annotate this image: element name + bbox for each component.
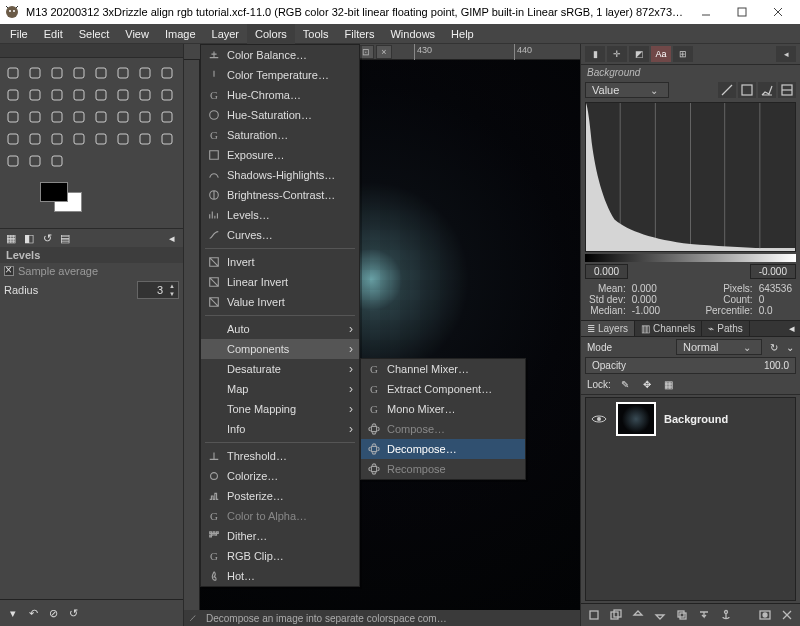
menu-item-map[interactable]: Map (201, 379, 359, 399)
tool-measure[interactable] (68, 84, 90, 106)
range-high[interactable]: -0.000 (750, 264, 796, 279)
menu-item-channel-mixer[interactable]: GChannel Mixer… (361, 359, 525, 379)
new-group-icon[interactable] (606, 606, 626, 624)
minimize-button[interactable] (688, 0, 724, 24)
menu-item-extract-component[interactable]: GExtract Component… (361, 379, 525, 399)
perceptual-hist-icon[interactable] (758, 82, 776, 98)
tool-options-menu-icon[interactable]: ◂ (165, 231, 179, 245)
menu-item-curves[interactable]: Curves… (201, 225, 359, 245)
menu-item-value-invert[interactable]: Value Invert (201, 292, 359, 312)
undo-history-icon[interactable]: ↺ (40, 231, 54, 245)
range-low[interactable]: 0.000 (585, 264, 628, 279)
mode-dropdown[interactable]: Normal⌄ (676, 339, 762, 355)
menu-item-hue-chroma[interactable]: GHue-Chroma… (201, 85, 359, 105)
opacity-value[interactable]: 100.0 (764, 360, 789, 371)
menu-item-tone-mapping[interactable]: Tone Mapping (201, 399, 359, 419)
close-button[interactable] (760, 0, 796, 24)
histogram-display[interactable] (585, 102, 796, 252)
maximize-button[interactable] (724, 0, 760, 24)
tool-crop[interactable] (112, 84, 134, 106)
tool-scale[interactable] (156, 84, 178, 106)
menu-item-hot[interactable]: Hot… (201, 566, 359, 586)
tool-smudge[interactable] (24, 150, 46, 172)
menu-image[interactable]: Image (157, 24, 204, 44)
tool-airbrush[interactable] (68, 128, 90, 150)
raise-layer-icon[interactable] (628, 606, 648, 624)
tool-color-select[interactable] (134, 62, 156, 84)
tool-blur[interactable] (2, 150, 24, 172)
mode-chevron-icon[interactable]: ⌄ (786, 342, 794, 353)
menu-item-colorize[interactable]: Colorize… (201, 466, 359, 486)
menu-item-auto[interactable]: Auto (201, 319, 359, 339)
new-layer-icon[interactable] (584, 606, 604, 624)
switch-mode-icon[interactable]: ↻ (768, 342, 780, 353)
tool-scissors[interactable] (156, 62, 178, 84)
close-tab-icon[interactable]: × (376, 45, 392, 59)
menu-edit[interactable]: Edit (36, 24, 71, 44)
channel-dropdown[interactable]: Value ⌄ (585, 82, 669, 98)
menu-item-dither[interactable]: Dither… (201, 526, 359, 546)
log-hist-icon[interactable] (738, 82, 756, 98)
lower-layer-icon[interactable] (650, 606, 670, 624)
restore-options-icon[interactable]: ↶ (24, 604, 42, 622)
tab-paths[interactable]: ⌁Paths (702, 321, 750, 336)
tool-options-tab-icon[interactable]: ▦ (4, 231, 18, 245)
menu-item-decompose[interactable]: Decompose… (361, 439, 525, 459)
menu-item-shadows-highlights[interactable]: Shadows-Highlights… (201, 165, 359, 185)
lock-alpha-icon[interactable]: ▦ (661, 376, 677, 392)
menu-item-mono-mixer[interactable]: GMono Mixer… (361, 399, 525, 419)
menu-item-linear-invert[interactable]: Linear Invert (201, 272, 359, 292)
fg-color-swatch[interactable] (40, 182, 68, 202)
tool-move[interactable] (2, 62, 24, 84)
tab-layers[interactable]: ≣Layers (581, 321, 635, 336)
navigator-tab-icon[interactable]: ⊞ (673, 46, 693, 62)
tool-zoom[interactable] (90, 84, 112, 106)
menu-help[interactable]: Help (443, 24, 482, 44)
tool-clone[interactable] (134, 128, 156, 150)
add-mask-icon[interactable] (755, 606, 775, 624)
menu-item-hue-saturation[interactable]: Hue-Saturation… (201, 105, 359, 125)
dock-menu-icon[interactable]: ◂ (776, 46, 796, 62)
menu-view[interactable]: View (117, 24, 157, 44)
duplicate-layer-icon[interactable] (672, 606, 692, 624)
tool-text[interactable] (112, 106, 134, 128)
radius-value[interactable]: 3 (138, 283, 166, 297)
merge-down-icon[interactable] (694, 606, 714, 624)
menu-item-posterize[interactable]: Posterize… (201, 486, 359, 506)
menu-colors[interactable]: Colors (247, 24, 295, 44)
tool-paintbrush[interactable] (24, 128, 46, 150)
tool-heal[interactable] (156, 128, 178, 150)
reset-options-icon[interactable]: ↺ (64, 604, 82, 622)
menu-item-rgb-clip[interactable]: GRGB Clip… (201, 546, 359, 566)
tool-paths[interactable] (24, 84, 46, 106)
tool-gradient[interactable] (156, 106, 178, 128)
delete-layer-icon[interactable] (777, 606, 797, 624)
tool-shear[interactable] (2, 106, 24, 128)
tool-ink[interactable] (90, 128, 112, 150)
images-list-icon[interactable]: ▤ (58, 231, 72, 245)
sample-average-checkbox[interactable] (4, 266, 14, 276)
menu-layer[interactable]: Layer (204, 24, 248, 44)
menu-tools[interactable]: Tools (295, 24, 337, 44)
sample-average-checkbox-row[interactable]: Sample average (0, 263, 183, 279)
tool-cage[interactable] (68, 106, 90, 128)
tool-free-select[interactable] (90, 62, 112, 84)
tool-foreground-select[interactable] (2, 84, 24, 106)
tool-rotate[interactable] (134, 84, 156, 106)
tool-warp[interactable] (90, 106, 112, 128)
save-options-icon[interactable]: ▾ (4, 604, 22, 622)
histogram-tab-icon[interactable]: ▮ (585, 46, 605, 62)
font-aa-icon[interactable]: Aa (651, 46, 671, 62)
menu-windows[interactable]: Windows (382, 24, 443, 44)
layers-tab-menu-icon[interactable]: ◂ (784, 321, 800, 336)
menu-select[interactable]: Select (71, 24, 118, 44)
menu-item-levels[interactable]: Levels… (201, 205, 359, 225)
lock-position-icon[interactable]: ✥ (639, 376, 655, 392)
visibility-eye-icon[interactable] (590, 410, 608, 428)
menu-item-color-temperature[interactable]: Color Temperature… (201, 65, 359, 85)
tool-flip[interactable] (46, 106, 68, 128)
radius-spinner[interactable]: 3 ▲▼ (137, 281, 179, 299)
radius-spinner-arrows[interactable]: ▲▼ (166, 282, 178, 298)
tool-eraser[interactable] (46, 128, 68, 150)
menu-filters[interactable]: Filters (337, 24, 383, 44)
